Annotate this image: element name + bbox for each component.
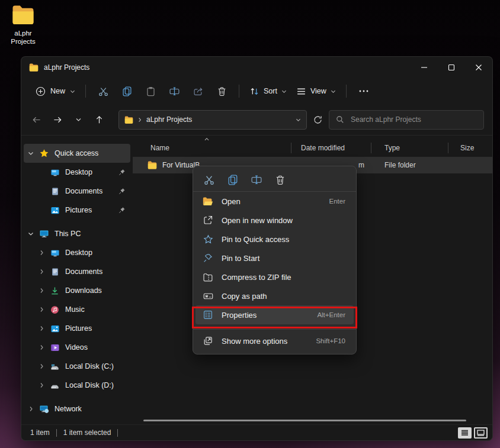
- chevron-right-icon[interactable]: [38, 250, 45, 256]
- chevron-down-icon: [331, 89, 336, 94]
- desktop-icon: [50, 249, 60, 257]
- breadcrumb[interactable]: aLphr Projects: [146, 115, 192, 124]
- sidebar-item-downloads[interactable]: Downloads: [24, 281, 130, 300]
- desktop-shortcut-alphr-projects[interactable]: aLphr Projects: [3, 5, 43, 46]
- copy-icon[interactable]: [227, 175, 238, 185]
- view-button[interactable]: View: [291, 83, 341, 100]
- copy-button[interactable]: [115, 81, 139, 101]
- pictures-icon: [50, 324, 60, 333]
- desktop: aLphr Projects aLphr Projects: [0, 0, 500, 448]
- chevron-down-icon: [281, 89, 287, 94]
- address-dropdown-icon[interactable]: [296, 118, 301, 122]
- chevron-right-icon[interactable]: [38, 307, 45, 312]
- sort-button-label: Sort: [264, 87, 277, 95]
- sidebar-item-pictures-qa[interactable]: Pictures: [24, 201, 130, 220]
- folder-icon: [29, 63, 39, 72]
- sidebar-item-network[interactable]: Network: [24, 399, 130, 418]
- context-menu-item-show-more-options[interactable]: Show more options Shift+F10: [195, 331, 354, 350]
- search-box[interactable]: [329, 110, 484, 130]
- sidebar-item-desktop-qa[interactable]: Desktop: [24, 163, 130, 182]
- see-more-button[interactable]: [352, 81, 376, 101]
- sidebar-item-videos[interactable]: Videos: [24, 338, 130, 357]
- details-view-icon: [461, 430, 469, 436]
- column-header-name[interactable]: Name: [133, 140, 291, 156]
- share-button[interactable]: [186, 81, 210, 101]
- context-menu-item-pin-to-quick-access[interactable]: Pin to Quick access: [195, 230, 354, 249]
- chevron-right-icon[interactable]: [27, 406, 34, 412]
- chevron-right-icon[interactable]: [38, 363, 45, 369]
- column-header-type[interactable]: Type: [371, 140, 448, 156]
- chevron-right-icon[interactable]: [38, 288, 45, 294]
- sidebar-item-documents-qa[interactable]: Documents: [24, 182, 130, 201]
- chevron-right-icon[interactable]: [38, 382, 45, 388]
- folder-icon: [148, 161, 157, 169]
- search-icon: [336, 115, 344, 124]
- context-menu-item-pin-to-start[interactable]: Pin to Start: [195, 249, 354, 267]
- sidebar-item-quick-access[interactable]: Quick access: [24, 144, 130, 163]
- large-icons-view-button[interactable]: [474, 427, 488, 439]
- sort-ascending-icon: [204, 137, 210, 141]
- chevron-down-icon[interactable]: [27, 151, 34, 156]
- new-button[interactable]: New: [31, 83, 80, 100]
- context-menu-item-compress-to-zip[interactable]: Compress to ZIP file: [195, 267, 354, 286]
- drive-icon: [50, 381, 60, 390]
- column-header-size[interactable]: Size: [448, 140, 492, 156]
- sidebar-item-label: Documents: [65, 267, 102, 276]
- minimize-button[interactable]: [411, 57, 438, 78]
- folder-icon: [11, 5, 35, 25]
- videos-icon: [50, 343, 60, 352]
- documents-icon: [50, 187, 60, 196]
- search-input[interactable]: [350, 115, 477, 124]
- context-menu-item-open[interactable]: Open Enter: [195, 192, 354, 211]
- paste-button[interactable]: [139, 81, 162, 101]
- details-view-button[interactable]: [458, 427, 472, 439]
- chevron-right-icon[interactable]: [38, 269, 45, 275]
- cut-icon: [98, 86, 108, 96]
- trash-icon[interactable]: [275, 175, 286, 185]
- forward-button[interactable]: [53, 115, 62, 124]
- sidebar-item-music[interactable]: Music: [24, 300, 130, 319]
- sidebar-item-pictures[interactable]: Pictures: [24, 319, 130, 338]
- context-menu-item-open-in-new-window[interactable]: Open in new window: [195, 211, 354, 230]
- sidebar-item-local-disk-d[interactable]: Local Disk (D:): [24, 376, 130, 395]
- close-button[interactable]: [465, 57, 492, 78]
- cut-button[interactable]: [91, 81, 115, 101]
- minimize-icon: [421, 64, 428, 71]
- column-header-date-modified[interactable]: Date modified: [291, 140, 371, 156]
- pin-outline-icon: [203, 253, 213, 263]
- context-menu-item-copy-as-path[interactable]: Copy as path: [195, 286, 354, 305]
- address-bar[interactable]: aLphr Projects: [118, 110, 307, 130]
- sidebar-item-desktop[interactable]: Desktop: [24, 243, 130, 262]
- horizontal-scrollbar[interactable]: [143, 420, 466, 421]
- rename-icon[interactable]: [251, 175, 262, 185]
- cut-icon[interactable]: [204, 175, 214, 185]
- file-date-fragment: m: [358, 161, 364, 169]
- folder-icon: [124, 116, 133, 124]
- back-button[interactable]: [32, 115, 41, 124]
- rename-icon: [169, 86, 180, 96]
- breadcrumb-separator-icon: [138, 117, 142, 123]
- context-menu-quick-actions: [193, 169, 356, 191]
- toolbar-divider: [346, 85, 347, 98]
- up-button[interactable]: [94, 115, 104, 125]
- sidebar-item-label: Local Disk (D:): [65, 381, 114, 389]
- chevron-right-icon[interactable]: [38, 344, 45, 350]
- recent-locations-button[interactable]: [73, 117, 83, 122]
- chevron-right-icon[interactable]: [38, 325, 45, 331]
- maximize-button[interactable]: [438, 57, 465, 78]
- context-menu: Open Enter Open in new window Pin to Qui…: [193, 166, 357, 354]
- pin-icon: [118, 188, 126, 195]
- file-size-cell: [448, 157, 492, 173]
- rename-button[interactable]: [162, 81, 186, 101]
- chevron-down-icon[interactable]: [27, 231, 34, 236]
- sidebar-item-this-pc[interactable]: This PC: [24, 224, 130, 243]
- sort-button[interactable]: Sort: [245, 83, 291, 100]
- sidebar-item-documents[interactable]: Documents: [24, 262, 130, 281]
- title-bar[interactable]: aLphr Projects: [21, 57, 492, 78]
- context-menu-item-properties[interactable]: Properties Alt+Enter: [195, 305, 354, 324]
- copy-path-icon: [203, 291, 213, 301]
- sidebar-item-label: Network: [55, 405, 82, 413]
- sidebar-item-local-disk-c[interactable]: Local Disk (C:): [24, 357, 130, 376]
- refresh-button[interactable]: [313, 115, 322, 124]
- delete-button[interactable]: [210, 81, 233, 101]
